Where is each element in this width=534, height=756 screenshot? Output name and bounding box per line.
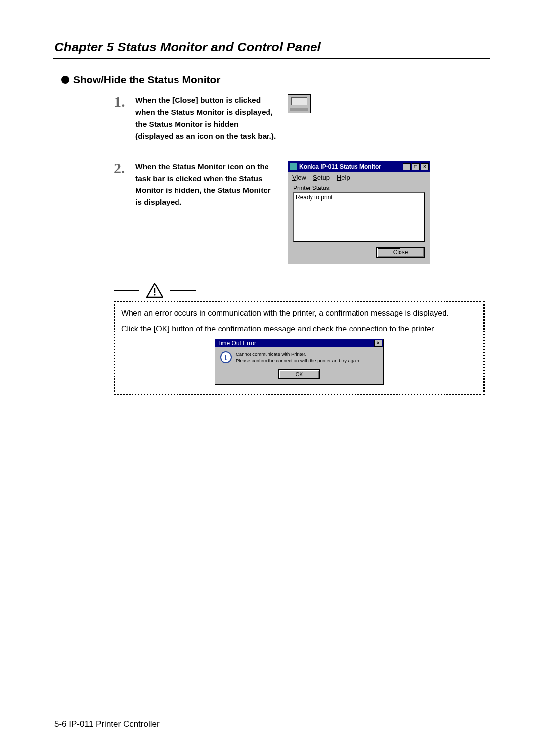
close-button-rest: lose [397,249,408,256]
taskbar-printer-icon [288,94,311,113]
close-window-button[interactable]: × [421,163,429,170]
warning-heading [114,283,485,298]
taskbar-icon-figure [288,94,311,113]
section-title: Show/Hide the Status Monitor [54,74,485,86]
step-number: 2. [114,161,127,176]
dash-right [170,290,196,291]
info-icon: i [220,351,232,363]
app-icon [290,163,297,170]
chapter-title: Chapter 5 Status Monitor and Control Pan… [54,40,485,55]
printer-status-label: Printer Status: [293,185,425,191]
close-button[interactable]: Close [376,247,425,258]
svg-point-2 [154,294,155,295]
note-line-1: When an error occurs in communication wi… [121,307,477,319]
status-monitor-window: Konica IP-011 Status Monitor _ □ × View … [288,161,430,264]
minimize-button[interactable]: _ [403,163,411,170]
step-1-text: When the [Close] button is clicked when … [135,94,279,142]
error-dialog-close-button[interactable]: × [374,340,382,347]
dash-left [114,290,139,291]
error-dialog-title: Time Out Error [217,339,372,348]
note-line-2: Click the [OK] button of the confirmatio… [121,323,477,335]
maximize-button[interactable]: □ [412,163,420,170]
bullet-icon [61,76,69,84]
error-message: Cannot communicate with Printer. Please … [236,351,360,364]
step-2: 2. When the Status Monitor icon on the t… [114,161,485,264]
printer-status-box: Ready to print [293,192,425,242]
menu-view[interactable]: View [292,174,306,181]
section-title-text: Show/Hide the Status Monitor [73,74,221,86]
page-footer: 5-6 IP-011 Printer Controller [54,719,160,729]
step-2-text: When the Status Monitor icon on the task… [135,161,279,208]
error-message-line-2: Please confirm the connection with the p… [236,358,360,364]
menu-setup[interactable]: Setup [313,174,330,181]
step-1: 1. When the [Close] button is clicked wh… [114,94,485,142]
window-titlebar: Konica IP-011 Status Monitor _ □ × [288,161,430,172]
error-message-line-1: Cannot communicate with Printer. [236,351,360,358]
printer-status-value: Ready to print [296,194,333,201]
header-rule [53,58,490,59]
error-dialog: Time Out Error × i Cannot communicate wi… [215,339,384,385]
ok-button[interactable]: OK [278,369,320,379]
error-dialog-titlebar: Time Out Error × [215,339,383,347]
menubar: View Setup Help [288,172,430,183]
note-box: When an error occurs in communication wi… [114,301,485,395]
window-title: Konica IP-011 Status Monitor [299,163,400,170]
menu-help[interactable]: Help [337,174,350,181]
warning-icon [146,283,163,298]
step-number: 1. [114,94,127,109]
